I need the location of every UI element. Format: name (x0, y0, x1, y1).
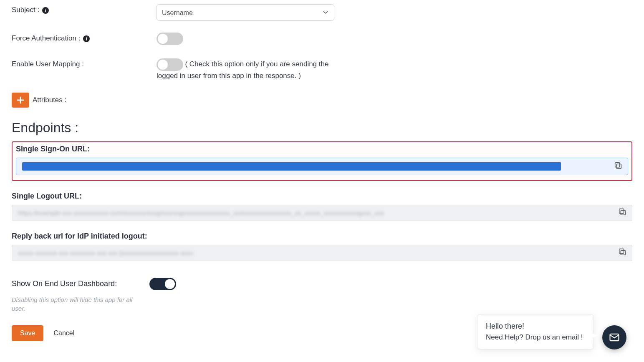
info-icon[interactable]: i (83, 35, 90, 42)
force-auth-toggle[interactable] (157, 33, 183, 45)
copy-icon[interactable] (614, 161, 623, 172)
sso-url-selected-text (22, 162, 561, 171)
dashboard-toggle[interactable] (149, 278, 176, 290)
info-icon[interactable]: i (42, 7, 49, 14)
sso-url-label: Single Sign-On URL: (16, 145, 628, 153)
slo-url-label: Single Logout URL: (12, 192, 632, 201)
svg-rect-3 (619, 209, 624, 214)
enable-mapping-toggle[interactable] (157, 58, 183, 71)
chat-greeting: Hello there! (486, 322, 585, 331)
copy-icon[interactable] (618, 247, 627, 258)
slo-url-value: https://example-xxx-yxxxxxxxxxx.com/xxxx… (18, 209, 612, 216)
force-auth-label: Force Authentication : (12, 34, 80, 42)
subject-label: Subject : (12, 6, 39, 14)
svg-rect-5 (619, 249, 624, 254)
svg-rect-4 (621, 251, 625, 255)
plus-icon (17, 96, 24, 104)
reply-url-field[interactable]: xxxxx xxxxxxx xxx xxxxxxxx xxx xxx ||xxx… (12, 245, 632, 261)
dashboard-helper-text: Disabling this option will hide this app… (12, 295, 137, 313)
dashboard-toggle-label: Show On End User Dashboard: (12, 279, 149, 288)
attributes-label: Attributes : (33, 96, 66, 104)
reply-url-value: xxxxx xxxxxxx xxx xxxxxxxx xxx xxx ||xxx… (18, 249, 612, 256)
endpoints-heading: Endpoints : (12, 120, 632, 136)
chat-tooltip: Hello there! Need Help? Drop us an email… (477, 314, 594, 345)
svg-rect-2 (621, 211, 625, 215)
slo-url-block: Single Logout URL: https://example-xxx-y… (12, 192, 632, 221)
add-attribute-button[interactable] (12, 93, 29, 108)
svg-rect-0 (616, 164, 621, 168)
sso-url-field[interactable] (16, 158, 628, 175)
slo-url-field[interactable]: https://example-xxx-yxxxxxxxxxx.com/xxxx… (12, 205, 632, 221)
subject-select[interactable]: Username (157, 4, 334, 21)
reply-url-block: Reply back url for IdP initiated logout:… (12, 232, 632, 261)
reply-url-label: Reply back url for IdP initiated logout: (12, 232, 632, 241)
save-button[interactable]: Save (12, 325, 43, 341)
cancel-button[interactable]: Cancel (53, 329, 74, 337)
copy-icon[interactable] (618, 207, 627, 218)
mail-icon (609, 332, 620, 343)
enable-mapping-label: Enable User Mapping : (12, 60, 84, 68)
chat-help-line: Need Help? Drop us an email ! (486, 333, 585, 342)
sso-url-block: Single Sign-On URL: (12, 141, 632, 181)
svg-rect-1 (615, 162, 620, 167)
